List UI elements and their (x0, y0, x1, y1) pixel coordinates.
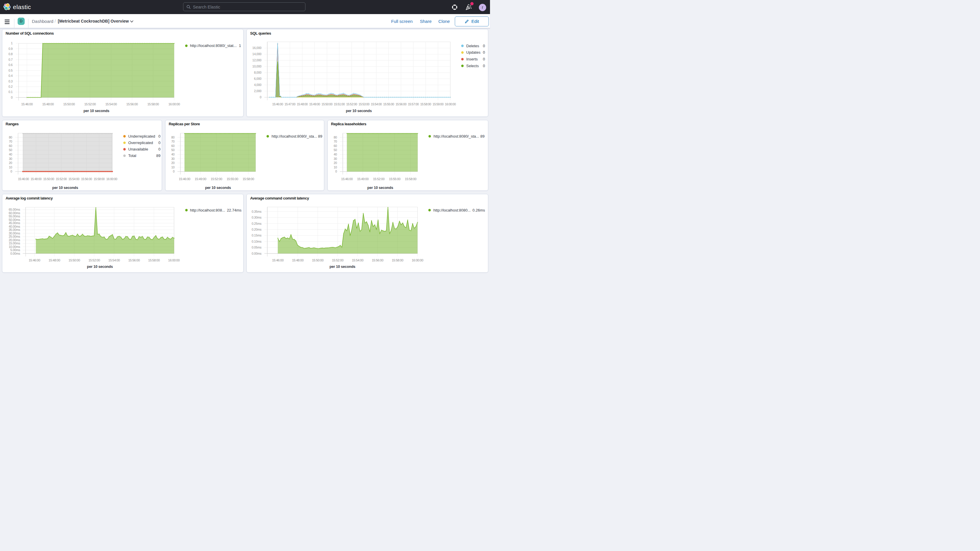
svg-text:20: 20 (9, 161, 12, 165)
svg-text:per 10 seconds: per 10 seconds (346, 109, 372, 113)
svg-text:10: 10 (171, 165, 175, 169)
svg-text:15:58:00: 15:58:00 (242, 177, 254, 180)
svg-text:15:56:00: 15:56:00 (81, 177, 92, 180)
svg-text:0: 0 (158, 140, 160, 145)
svg-text:15:49:00: 15:49:00 (357, 177, 369, 180)
svg-text:2,000: 2,000 (254, 89, 262, 93)
svg-text:80: 80 (171, 135, 175, 139)
svg-text:30: 30 (9, 157, 12, 160)
svg-text:0.5: 0.5 (8, 68, 13, 72)
svg-text:0: 0 (173, 170, 175, 173)
svg-text:15:52:00: 15:52:00 (332, 258, 344, 262)
svg-text:15:46:00: 15:46:00 (18, 177, 29, 180)
svg-text:15:46:00: 15:46:00 (21, 102, 33, 106)
svg-text:0.15ms: 0.15ms (252, 234, 261, 237)
svg-text:15:54:00: 15:54:00 (352, 258, 364, 262)
svg-text:http://localhost:808...: http://localhost:808... (190, 208, 225, 212)
svg-text:15:56:00: 15:56:00 (126, 102, 138, 106)
svg-text:89: 89 (156, 153, 160, 158)
svg-text:15:51:00: 15:51:00 (334, 102, 345, 106)
svg-text:15:47:00: 15:47:00 (285, 102, 296, 106)
svg-text:Selects: Selects (466, 64, 479, 68)
svg-text:15:48:00: 15:48:00 (48, 258, 60, 262)
svg-text:25.00ms: 25.00ms (8, 235, 20, 238)
svg-text:40: 40 (9, 153, 12, 156)
svg-text:15:58:00: 15:58:00 (405, 177, 416, 180)
svg-text:50: 50 (334, 148, 337, 152)
svg-text:10: 10 (9, 165, 12, 169)
svg-text:50.00ms: 50.00ms (8, 218, 20, 221)
svg-text:http://localhost:8080/_sta...: http://localhost:8080/_sta... (433, 134, 479, 138)
svg-text:35.00ms: 35.00ms (8, 228, 20, 231)
svg-text:0: 0 (158, 147, 160, 151)
svg-text:15:56:00: 15:56:00 (372, 258, 383, 262)
svg-text:89: 89 (480, 134, 484, 138)
svg-text:per 10 seconds: per 10 seconds (52, 185, 78, 190)
svg-text:15:57:00: 15:57:00 (408, 102, 419, 106)
svg-text:15:55:00: 15:55:00 (383, 102, 395, 106)
svg-text:0.30ms: 0.30ms (252, 216, 261, 219)
svg-text:15:58:00: 15:58:00 (147, 102, 159, 106)
svg-text:15:55:00: 15:55:00 (389, 177, 401, 180)
svg-text:15:46:00: 15:46:00 (272, 102, 283, 106)
svg-text:15:50:00: 15:50:00 (312, 258, 324, 262)
svg-text:0.8: 0.8 (8, 52, 13, 56)
svg-text:0: 0 (260, 96, 261, 99)
svg-text:15:50:00: 15:50:00 (68, 258, 80, 262)
svg-text:per 10 seconds: per 10 seconds (87, 264, 113, 269)
svg-text:0.4: 0.4 (8, 74, 13, 78)
svg-text:6,000: 6,000 (254, 77, 262, 80)
svg-text:50: 50 (9, 148, 12, 152)
svg-text:http://localhost:8080/_sta...: http://localhost:8080/_sta... (271, 134, 317, 138)
svg-text:20: 20 (334, 161, 337, 165)
svg-text:40: 40 (171, 153, 175, 156)
svg-text:15:53:00: 15:53:00 (358, 102, 370, 106)
svg-text:Deletes: Deletes (466, 44, 479, 48)
svg-text:60: 60 (171, 144, 175, 147)
svg-text:30.00ms: 30.00ms (8, 231, 20, 235)
svg-text:0.00ms: 0.00ms (252, 252, 261, 255)
svg-text:12,000: 12,000 (252, 58, 261, 62)
svg-text:14,000: 14,000 (252, 52, 261, 56)
svg-text:15:59:00: 15:59:00 (433, 102, 444, 106)
svg-text:55.00ms: 55.00ms (8, 215, 20, 218)
svg-text:4,000: 4,000 (254, 83, 262, 86)
svg-text:Unavailable: Unavailable (128, 147, 148, 151)
svg-text:0.00ms: 0.00ms (10, 252, 20, 255)
svg-text:0.25ms: 0.25ms (252, 222, 261, 225)
svg-text:15:58:00: 15:58:00 (420, 102, 431, 106)
svg-text:15:52:00: 15:52:00 (56, 177, 67, 180)
svg-text:65.00ms: 65.00ms (8, 208, 20, 211)
svg-text:15:50:00: 15:50:00 (321, 102, 333, 106)
svg-text:0.10ms: 0.10ms (252, 240, 261, 243)
svg-text:15:58:00: 15:58:00 (148, 258, 160, 262)
svg-text:15:46:00: 15:46:00 (179, 177, 191, 180)
svg-text:http://localhost:8080...: http://localhost:8080... (433, 208, 471, 212)
svg-text:15:52:00: 15:52:00 (373, 177, 385, 180)
svg-text:15:52:00: 15:52:00 (346, 102, 357, 106)
svg-text:0: 0 (335, 170, 337, 173)
svg-text:70: 70 (334, 140, 337, 143)
svg-text:80: 80 (334, 135, 337, 139)
svg-text:30: 30 (334, 157, 337, 160)
svg-text:15:49:00: 15:49:00 (309, 102, 320, 106)
svg-text:Total: Total (128, 153, 137, 158)
svg-text:15:52:00: 15:52:00 (84, 102, 96, 106)
svg-text:16:00:00: 16:00:00 (412, 258, 423, 262)
svg-text:16:00:00: 16:00:00 (168, 258, 180, 262)
svg-text:15:48:00: 15:48:00 (292, 258, 304, 262)
svg-text:60: 60 (334, 144, 337, 147)
svg-text:15:48:00: 15:48:00 (42, 102, 54, 106)
svg-text:15:54:00: 15:54:00 (68, 177, 80, 180)
svg-text:0: 0 (483, 57, 485, 61)
svg-text:Overreplicated: Overreplicated (128, 140, 153, 145)
svg-text:0.1: 0.1 (8, 90, 13, 94)
svg-text:Updates: Updates (466, 50, 480, 54)
svg-text:per 10 seconds: per 10 seconds (205, 185, 231, 190)
svg-text:1: 1 (239, 43, 241, 48)
svg-text:15:58:00: 15:58:00 (392, 258, 403, 262)
svg-text:0.7: 0.7 (8, 58, 13, 61)
svg-text:0.2: 0.2 (8, 85, 13, 88)
svg-text:45.00ms: 45.00ms (8, 221, 20, 225)
svg-text:15.00ms: 15.00ms (8, 242, 20, 245)
